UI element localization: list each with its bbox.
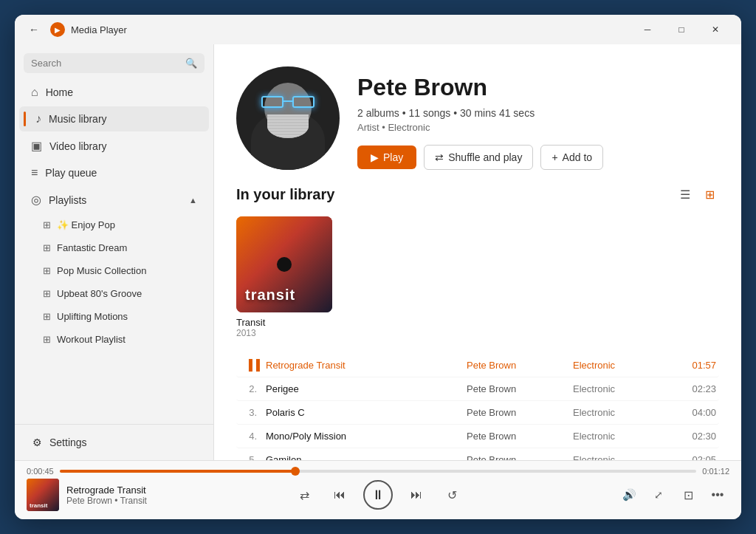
playlist-item-workout[interactable]: ⊞ Workout Playlist <box>19 329 209 350</box>
track-name-1: Perigee <box>266 383 467 394</box>
titlebar-left: ← ▶ Media Player <box>24 19 127 40</box>
track-artist-4: Pete Brown <box>467 454 573 460</box>
album-year: 2013 <box>236 328 332 338</box>
sidebar-bottom: ⚙ Settings <box>15 424 213 460</box>
playlist-icon-2: ⊞ <box>43 265 51 276</box>
time-remaining: 0:01:12 <box>702 467 729 476</box>
progress-fill <box>60 470 295 473</box>
sidebar-item-home[interactable]: ⌂ Home <box>19 80 209 105</box>
playlist-label-4: Uplifting Motions <box>57 311 128 322</box>
play-button[interactable]: ▶ Play <box>357 146 416 169</box>
more-options-button[interactable]: ••• <box>706 483 729 507</box>
table-row[interactable]: ▐▐ Retrograde Transit Pete Brown Electro… <box>236 353 719 377</box>
playlist-label-5: Workout Playlist <box>57 334 126 345</box>
sidebar-item-music-library[interactable]: ♪ Music library <box>19 106 209 131</box>
track-name-3: Mono/Poly Mission <box>266 431 467 442</box>
track-duration-1: 02:23 <box>679 383 716 394</box>
volume-button[interactable]: 🔊 <box>617 483 641 507</box>
artist-genre: Artist • Electronic <box>357 122 719 133</box>
video-icon: ▣ <box>31 139 42 153</box>
close-button[interactable]: ✕ <box>698 18 732 41</box>
progress-thumb[interactable] <box>291 467 300 476</box>
settings-icon: ⚙ <box>32 437 42 448</box>
grid-view-button[interactable]: ⊞ <box>701 185 719 205</box>
album-title: Transit <box>236 317 332 328</box>
track-genre-4: Electronic <box>573 454 679 460</box>
track-artist-2: Pete Brown <box>467 407 573 418</box>
track-name-4: Gamilon <box>266 454 467 460</box>
now-playing: transit Retrograde Transit Pete Brown • … <box>27 479 174 511</box>
playlist-item-fantastic-dream[interactable]: ⊞ Fantastic Dream <box>19 237 209 259</box>
now-playing-thumbnail: transit <box>27 479 59 511</box>
album-card[interactable]: transit Transit 2013 <box>236 216 332 338</box>
track-number-1: 2. <box>239 383 266 394</box>
minimize-button[interactable]: ─ <box>630 18 664 41</box>
playlist-icon-1: ⊞ <box>43 242 51 253</box>
maximize-button[interactable]: □ <box>664 18 698 41</box>
cast-button[interactable]: ⊡ <box>676 483 700 507</box>
app-window: ← ▶ Media Player ─ □ ✕ 🔍 ⌂ Home ♪ Mu <box>15 15 741 519</box>
prev-button[interactable]: ⏮ <box>328 483 351 507</box>
sidebar-item-video-library[interactable]: ▣ Video library <box>19 133 209 159</box>
playlist-label-0: ✨ Enjoy Pop <box>57 219 115 230</box>
playlist-item-enjoy-pop[interactable]: ⊞ ✨ Enjoy Pop <box>19 214 209 236</box>
playlists-header[interactable]: ◎ Playlists ▲ <box>19 187 209 213</box>
expand-button[interactable]: ⤢ <box>647 483 670 507</box>
repeat-button[interactable]: ↺ <box>440 483 464 507</box>
artist-meta: 2 albums • 11 songs • 30 mins 41 secs <box>357 107 719 119</box>
list-view-button[interactable]: ☰ <box>676 185 695 205</box>
track-name-2: Polaris C <box>266 407 467 418</box>
playlist-icon-4: ⊞ <box>43 311 51 322</box>
track-genre-2: Electronic <box>573 407 679 418</box>
sidebar-item-music-label: Music library <box>49 113 107 125</box>
playlist-item-uplifting-motions[interactable]: ⊞ Uplifting Motions <box>19 306 209 327</box>
playlist-icon-3: ⊞ <box>43 288 51 299</box>
table-row[interactable]: 4. Mono/Poly Mission Pete Brown Electron… <box>236 425 719 448</box>
playlists-label: Playlists <box>49 194 86 206</box>
add-to-button[interactable]: + Add to <box>540 145 603 170</box>
table-row[interactable]: 5. Gamilon Pete Brown Electronic 02:05 <box>236 448 719 460</box>
playlist-item-pop-music[interactable]: ⊞ Pop Music Collection <box>19 260 209 281</box>
artist-actions: ▶ Play ⇄ Shuffle and play + Add to <box>357 145 719 170</box>
search-input[interactable] <box>31 58 181 69</box>
playlist-label-2: Pop Music Collection <box>57 265 146 276</box>
progress-bar[interactable] <box>60 470 697 473</box>
next-button[interactable]: ⏭ <box>405 483 428 507</box>
app-icon: ▶ <box>50 22 65 37</box>
track-genre-0: Electronic <box>573 360 679 371</box>
queue-icon: ≡ <box>31 166 38 179</box>
sidebar: 🔍 ⌂ Home ♪ Music library ▣ Video library… <box>15 44 214 460</box>
track-artist-3: Pete Brown <box>467 431 573 442</box>
music-icon: ♪ <box>35 112 41 126</box>
playlist-label-3: Upbeat 80's Groove <box>57 288 142 299</box>
shuffle-button[interactable]: ⇄ Shuffle and play <box>424 145 533 170</box>
active-indicator <box>24 112 26 126</box>
view-controls: ☰ ⊞ <box>676 185 719 205</box>
track-duration-2: 04:00 <box>679 407 716 418</box>
track-duration-3: 02:30 <box>679 431 716 442</box>
track-genre-3: Electronic <box>573 431 679 442</box>
album-cover: transit <box>236 216 332 312</box>
sidebar-item-play-queue[interactable]: ≡ Play queue <box>19 160 209 185</box>
playlist-item-upbeat-80s[interactable]: ⊞ Upbeat 80's Groove <box>19 283 209 304</box>
sidebar-item-home-label: Home <box>46 86 73 98</box>
pause-button[interactable]: ⏸ <box>363 480 393 510</box>
sidebar-item-video-label: Video library <box>49 140 107 152</box>
table-row[interactable]: 3. Polaris C Pete Brown Electronic 04:00 <box>236 401 719 425</box>
search-box[interactable]: 🔍 <box>24 53 205 73</box>
track-name-0: Retrograde Transit <box>266 360 467 371</box>
home-icon: ⌂ <box>31 86 38 99</box>
track-artist-0: Pete Brown <box>467 360 573 371</box>
now-playing-icon: ▐▐ <box>239 359 266 371</box>
np-thumb-text: transit <box>30 502 47 509</box>
track-duration-0: 01:57 <box>679 360 716 371</box>
titlebar: ← ▶ Media Player ─ □ ✕ <box>15 15 741 44</box>
track-genre-1: Electronic <box>573 383 679 394</box>
table-row[interactable]: 2. Perigee Pete Brown Electronic 02:23 <box>236 377 719 401</box>
albums-grid: transit Transit 2013 <box>236 216 719 338</box>
shuffle-ctrl-button[interactable]: ⇄ <box>292 483 316 507</box>
track-number-4: 5. <box>239 454 266 460</box>
track-number-3: 4. <box>239 431 266 442</box>
back-button[interactable]: ← <box>24 19 44 40</box>
settings-item[interactable]: ⚙ Settings <box>21 431 207 454</box>
